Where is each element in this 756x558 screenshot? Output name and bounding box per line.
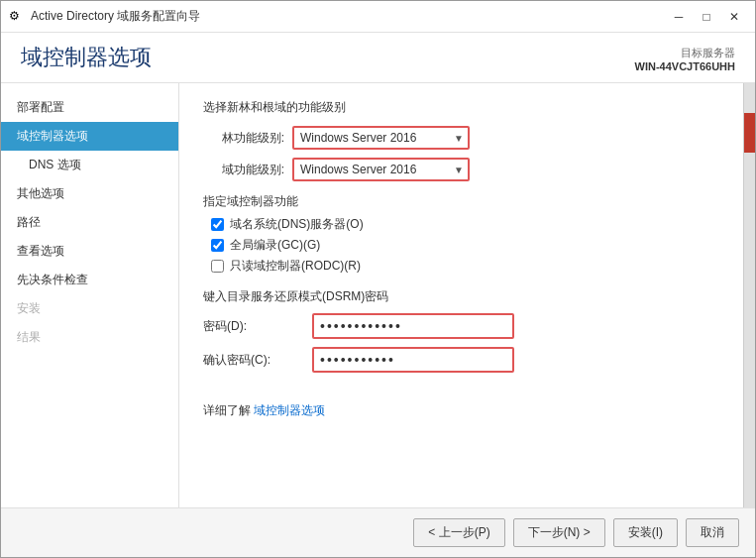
password-label: 密码(D): (203, 318, 312, 335)
sidebar-item-prereq[interactable]: 先决条件检查 (1, 266, 178, 294)
target-server-label: 目标服务器 (635, 46, 735, 60)
sidebar-item-dc-options[interactable]: 域控制器选项 (1, 122, 178, 151)
rodc-checkbox-row: 只读域控制器(RODC)(R) (203, 258, 719, 275)
sidebar-item-other-options[interactable]: 其他选项 (1, 179, 178, 208)
page-title: 域控制器选项 (21, 43, 152, 72)
footer: < 上一步(P) 下一步(N) > 安装(I) 取消 (1, 507, 755, 557)
main-window: ⚙ Active Directory 域服务配置向导 ─ □ ✕ 域控制器选项 … (0, 0, 756, 558)
link-prefix-text: 详细了解 (203, 403, 254, 417)
forest-level-row: 林功能级别: Windows Server 2016 Windows Serve… (203, 126, 719, 150)
cancel-button[interactable]: 取消 (686, 518, 739, 547)
password-input[interactable] (314, 315, 512, 337)
sidebar-item-dns-options[interactable]: DNS 选项 (1, 151, 178, 179)
domain-level-select[interactable]: Windows Server 2016 Windows Server 2012 … (294, 160, 468, 179)
rodc-checkbox-label[interactable]: 只读域控制器(RODC)(R) (230, 258, 361, 275)
dc-functions-group: 指定域控制器功能 域名系统(DNS)服务器(O) 全局编录(GC)(G) 只读域… (203, 193, 719, 275)
link-section: 详细了解 域控制器选项 (203, 402, 719, 419)
app-icon: ⚙ (9, 9, 25, 25)
sidebar-item-result: 结果 (1, 323, 178, 352)
confirm-password-input[interactable] (314, 349, 512, 371)
password-row: 密码(D): (203, 313, 719, 339)
close-button[interactable]: ✕ (721, 7, 747, 27)
confirm-password-row: 确认密码(C): (203, 347, 719, 373)
scroll-indicator[interactable] (743, 83, 755, 507)
title-bar-left: ⚙ Active Directory 域服务配置向导 (9, 8, 200, 25)
domain-level-row: 域功能级别: Windows Server 2016 Windows Serve… (203, 158, 719, 181)
section1-title: 选择新林和根域的功能级别 (203, 99, 719, 116)
sidebar-item-deployment[interactable]: 部署配置 (1, 93, 178, 122)
dns-checkbox-row: 域名系统(DNS)服务器(O) (203, 216, 719, 233)
sidebar: 部署配置 域控制器选项 DNS 选项 其他选项 路径 查看选项 先决条件检查 安… (1, 83, 179, 507)
window-title: Active Directory 域服务配置向导 (31, 8, 200, 25)
install-button[interactable]: 安装(I) (613, 518, 678, 547)
gc-checkbox-row: 全局编录(GC)(G) (203, 237, 719, 254)
confirm-password-label: 确认密码(C): (203, 352, 312, 369)
maximize-button[interactable]: □ (694, 7, 719, 27)
sidebar-item-install: 安装 (1, 294, 178, 323)
minimize-button[interactable]: ─ (666, 7, 692, 27)
title-bar-buttons: ─ □ ✕ (666, 7, 747, 27)
scroll-thumb (744, 113, 755, 153)
forest-level-select[interactable]: Windows Server 2016 Windows Server 2012 … (294, 128, 468, 148)
forest-level-dropdown-container: Windows Server 2016 Windows Server 2012 … (292, 126, 470, 150)
password-input-container (312, 313, 514, 339)
sidebar-item-paths[interactable]: 路径 (1, 208, 178, 237)
dns-checkbox[interactable] (211, 218, 224, 231)
main-content-area: 部署配置 域控制器选项 DNS 选项 其他选项 路径 查看选项 先决条件检查 安… (1, 83, 755, 507)
next-button[interactable]: 下一步(N) > (513, 518, 605, 547)
gc-checkbox[interactable] (211, 239, 224, 252)
sidebar-item-review[interactable]: 查看选项 (1, 237, 178, 266)
content-panel: 选择新林和根域的功能级别 林功能级别: Windows Server 2016 … (179, 83, 743, 507)
section2-title: 指定域控制器功能 (203, 193, 719, 210)
gc-checkbox-label[interactable]: 全局编录(GC)(G) (230, 237, 320, 254)
back-button[interactable]: < 上一步(P) (413, 518, 504, 547)
domain-level-label: 域功能级别: (203, 162, 292, 178)
title-bar: ⚙ Active Directory 域服务配置向导 ─ □ ✕ (1, 1, 755, 33)
dc-options-link[interactable]: 域控制器选项 (254, 403, 325, 417)
rodc-checkbox[interactable] (211, 260, 224, 273)
target-server-name: WIN-44VCJT66UHH (635, 60, 735, 72)
confirm-password-input-container (312, 347, 514, 373)
section3-title: 键入目录服务还原模式(DSRM)密码 (203, 288, 719, 305)
page-header: 域控制器选项 目标服务器 WIN-44VCJT66UHH (1, 33, 755, 83)
dns-checkbox-label[interactable]: 域名系统(DNS)服务器(O) (230, 216, 364, 233)
domain-level-dropdown-container: Windows Server 2016 Windows Server 2012 … (292, 158, 470, 181)
forest-level-label: 林功能级别: (203, 130, 292, 147)
target-server-info: 目标服务器 WIN-44VCJT66UHH (635, 46, 735, 72)
